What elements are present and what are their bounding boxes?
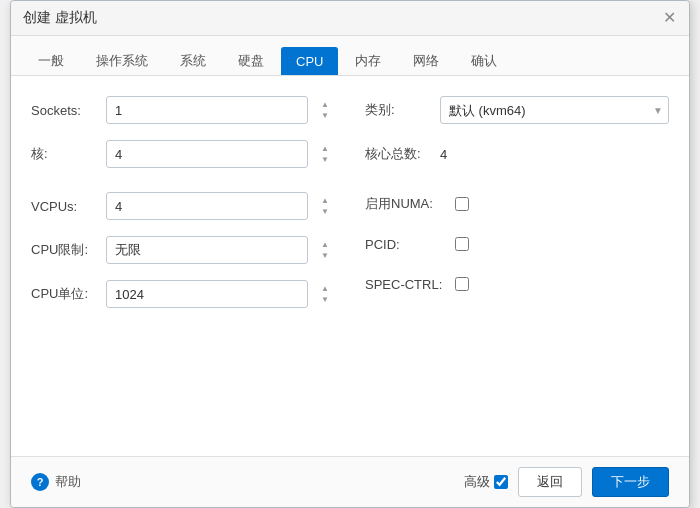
tab-os[interactable]: 操作系统 [81,45,163,76]
tab-general[interactable]: 一般 [23,45,79,76]
cpu-unit-spinner[interactable]: ▲ ▼ [319,284,331,305]
cpu-limit-label: CPU限制: [31,241,106,259]
close-button[interactable]: ✕ [661,10,677,26]
vcpus-input-wrap: ▲ ▼ [106,192,335,220]
vcpus-down-arrow[interactable]: ▼ [319,207,331,217]
pcid-row: PCID: [365,230,669,258]
vcpus-label: VCPUs: [31,199,106,214]
tab-memory[interactable]: 内存 [340,45,396,76]
sockets-row: Sockets: ▲ ▼ [31,94,335,126]
back-button[interactable]: 返回 [518,467,582,497]
cpu-limit-input[interactable] [106,236,308,264]
cores-down-arrow[interactable]: ▼ [319,155,331,165]
cpu-unit-input[interactable] [106,280,308,308]
footer-actions: 高级 返回 下一步 [464,467,669,497]
pcid-checkbox[interactable] [455,237,469,251]
type-row: 类别: 默认 (kvm64) ▼ [365,94,669,126]
numa-row: 启用NUMA: [365,190,669,218]
type-label: 类别: [365,101,440,119]
spec-ctrl-checkbox[interactable] [455,277,469,291]
cores-total-row: 核心总数: 4 [365,138,669,170]
sockets-spinner[interactable]: ▲ ▼ [319,100,331,121]
title-bar: 创建 虚拟机 ✕ [11,1,689,36]
sockets-up-arrow[interactable]: ▲ [319,100,331,110]
vcpus-input[interactable] [106,192,308,220]
cpu-limit-down-arrow[interactable]: ▼ [319,251,331,261]
numa-label: 启用NUMA: [365,195,455,213]
spec-ctrl-label: SPEC-CTRL: [365,277,455,292]
vcpus-up-arrow[interactable]: ▲ [319,196,331,206]
cpu-unit-up-arrow[interactable]: ▲ [319,284,331,294]
cpu-unit-label: CPU单位: [31,285,106,303]
tab-cpu[interactable]: CPU [281,47,338,75]
tab-bar: 一般 操作系统 系统 硬盘 CPU 内存 网络 确认 [11,36,689,76]
cores-total-label: 核心总数: [365,145,440,163]
help-icon: ? [31,473,49,491]
type-select-wrap: 默认 (kvm64) ▼ [440,96,669,124]
sockets-input-wrap: ▲ ▼ [106,96,335,124]
help-section[interactable]: ? 帮助 [31,473,81,491]
cores-label: 核: [31,145,106,163]
cores-input-wrap: ▲ ▼ [106,140,335,168]
main-content: Sockets: ▲ ▼ 核: [11,76,689,456]
type-select[interactable]: 默认 (kvm64) [440,96,669,124]
cores-spinner[interactable]: ▲ ▼ [319,144,331,165]
cores-row: 核: ▲ ▼ [31,138,335,170]
cpu-limit-spinner[interactable]: ▲ ▼ [319,240,331,261]
next-button[interactable]: 下一步 [592,467,669,497]
spec-ctrl-row: SPEC-CTRL: [365,270,669,298]
advanced-section: 高级 [464,473,508,491]
pcid-label: PCID: [365,237,455,252]
cpu-limit-row: CPU限制: ▲ ▼ [31,234,335,266]
cores-up-arrow[interactable]: ▲ [319,144,331,154]
vcpus-spinner[interactable]: ▲ ▼ [319,196,331,217]
help-label: 帮助 [55,473,81,491]
footer: ? 帮助 高级 返回 下一步 [11,456,689,507]
cpu-limit-up-arrow[interactable]: ▲ [319,240,331,250]
cpu-unit-down-arrow[interactable]: ▼ [319,295,331,305]
cores-total-value: 4 [440,147,669,162]
tab-network[interactable]: 网络 [398,45,454,76]
sockets-label: Sockets: [31,103,106,118]
window-title: 创建 虚拟机 [23,9,97,27]
cpu-unit-row: CPU单位: ▲ ▼ [31,278,335,310]
vcpus-row: VCPUs: ▲ ▼ [31,190,335,222]
cpu-unit-input-wrap: ▲ ▼ [106,280,335,308]
tab-system[interactable]: 系统 [165,45,221,76]
advanced-label: 高级 [464,473,490,491]
tab-disk[interactable]: 硬盘 [223,45,279,76]
cpu-limit-input-wrap: ▲ ▼ [106,236,335,264]
cores-input[interactable] [106,140,308,168]
sockets-down-arrow[interactable]: ▼ [319,111,331,121]
numa-checkbox[interactable] [455,197,469,211]
tab-confirm[interactable]: 确认 [456,45,512,76]
advanced-checkbox[interactable] [494,475,508,489]
sockets-input[interactable] [106,96,308,124]
